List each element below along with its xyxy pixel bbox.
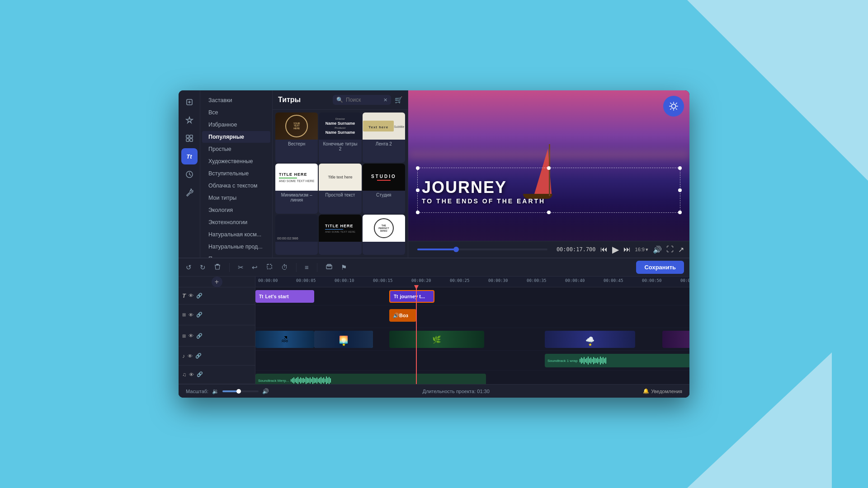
layers-button[interactable] <box>324 261 335 273</box>
cart-icon[interactable]: 🛒 <box>395 96 402 103</box>
title-track-link-2[interactable]: 🔗 <box>196 312 203 318</box>
title-track-link[interactable]: 🔗 <box>196 293 203 299</box>
effects-button[interactable] <box>181 112 198 128</box>
scale-label: Масштаб: <box>186 389 208 394</box>
title-card-minimalism[interactable]: TITLE HERE AND SOME TEXT HERE Минимализм… <box>275 164 318 214</box>
aspect-selector[interactable]: 16:9 ▾ <box>635 247 648 253</box>
category-item-all[interactable]: Все <box>202 107 270 118</box>
clip-star-sky: ★ <box>588 342 592 347</box>
notification-label: Уведомления <box>651 389 682 394</box>
delete-button[interactable] <box>212 261 223 273</box>
title-card-ribbon[interactable]: Text here Subtitle Лента 2 <box>363 113 405 163</box>
volume-button[interactable]: 🔊 <box>653 245 662 254</box>
align-button[interactable]: ≡ <box>303 262 311 273</box>
category-item-natural-cosm[interactable]: Натуральная косм... <box>202 229 270 240</box>
video-clip-sky[interactable]: ☁️ ★ <box>545 331 635 348</box>
title-track-visibility[interactable]: 👁 <box>189 293 193 298</box>
add-track-button[interactable]: + <box>212 277 222 287</box>
category-item-ecotech[interactable]: Экотехнологии <box>202 216 270 228</box>
title-clip-lets-start[interactable]: Tt Let's start <box>255 290 314 303</box>
timeline-toolbar: ↺ ↻ ✂ ↩ ⏱ ≡ ⚑ Сохранить <box>179 258 689 277</box>
search-icon: 🔍 <box>336 97 343 103</box>
title-track-label: T 👁 🔗 <box>179 287 255 305</box>
title-card-perfect[interactable]: THEPERFECTINTRO <box>363 215 405 255</box>
category-item-zastavki[interactable]: Заставки <box>202 94 270 106</box>
panel-title: Титры <box>278 96 329 104</box>
titles-button[interactable]: Tt <box>181 148 198 164</box>
svg-rect-6 <box>190 139 193 141</box>
skip-back-button[interactable]: ⏮ <box>600 245 608 253</box>
title-card-endcredits[interactable]: Director Name Surname Producer Name Surn… <box>319 113 361 163</box>
soundtrack-track-visibility[interactable]: 👁 <box>189 372 194 377</box>
notification-area[interactable]: 🔔 Уведомления <box>643 388 682 394</box>
video-clip-main[interactable]: 🏖 <box>255 331 314 348</box>
audio-track-visibility[interactable]: 👁 <box>188 353 193 359</box>
search-input[interactable] <box>346 97 381 103</box>
export-button[interactable]: ↗ <box>678 245 684 254</box>
title-card-empty[interactable]: 00:00:02:986 <box>275 215 318 255</box>
category-item-favorites[interactable]: Избранное <box>202 119 270 131</box>
video-clip-jungle[interactable]: 🌿 <box>389 331 484 348</box>
search-box[interactable]: 🔍 ✕ <box>333 95 391 105</box>
video-track-link[interactable]: 🔗 <box>196 333 203 339</box>
progress-bar[interactable] <box>417 249 547 250</box>
title-card-studio[interactable]: STUDIO Студия <box>363 164 405 214</box>
category-item-simple[interactable]: Простые <box>202 143 270 155</box>
play-button[interactable]: ▶ <box>612 244 619 255</box>
title-card-label-titlehere <box>319 242 361 245</box>
video-clip-1[interactable]: 🌅 ★ <box>314 331 373 348</box>
fullscreen-button[interactable]: ⛶ <box>666 245 674 253</box>
soundtrack-track-link[interactable]: 🔗 <box>197 371 203 377</box>
crop-button[interactable] <box>264 261 275 273</box>
timeline-scrollable[interactable]: 00:00:00 00:00:05 00:00:10 00:00:15 00:0… <box>255 277 689 384</box>
scale-increase-button[interactable]: 🔊 <box>262 388 269 394</box>
title-clip-label-voz: Воз <box>399 313 408 318</box>
video-preview[interactable]: JOURNEY TO THE ENDS OF THE EARTH <box>408 90 689 241</box>
redo-button[interactable]: ↻ <box>198 262 208 273</box>
western-badge: YOURTEXTHERE <box>285 115 308 137</box>
audio-track-link[interactable]: 🔗 <box>195 353 202 359</box>
toolbar-separator-3 <box>317 263 317 272</box>
history-button[interactable] <box>181 166 198 183</box>
scale-thumb[interactable] <box>236 389 241 394</box>
title-track-row: Tt Let's start Tt journey t... <box>255 287 689 305</box>
category-item-bubbles[interactable]: Облачка с текстом <box>202 180 270 192</box>
category-item-intro[interactable]: Вступительные <box>202 168 270 179</box>
category-item-pandas[interactable]: Панды <box>202 253 270 258</box>
transitions-button[interactable] <box>181 130 198 146</box>
audio-clip-1[interactable]: Soundtrack 1 wrap <box>545 354 689 367</box>
scale-decrease-button[interactable]: 🔉 <box>212 388 219 394</box>
undo-button[interactable]: ↺ <box>184 262 193 273</box>
category-item-popular[interactable]: Популярные <box>202 131 270 143</box>
category-item-ecology[interactable]: Экология <box>202 204 270 216</box>
title-clip-journey[interactable]: Tt journey t... <box>389 290 434 303</box>
category-item-artistic[interactable]: Художественные <box>202 155 270 167</box>
duration-info: Длительность проекта: 01:30 <box>269 389 643 394</box>
add-media-button[interactable] <box>181 94 198 110</box>
video-track-visibility[interactable]: 👁 <box>189 333 193 338</box>
clear-search-button[interactable]: ✕ <box>383 97 387 103</box>
rotate-button[interactable]: ↩ <box>250 262 259 273</box>
progress-thumb[interactable] <box>453 247 459 252</box>
title-clip-voz[interactable]: 🔊 Воз <box>389 309 416 322</box>
title-card-western[interactable]: YOURTEXTHERE Вестерн <box>275 113 318 163</box>
flag-button[interactable]: ⚑ <box>339 262 349 273</box>
cut-button[interactable]: ✂ <box>236 262 245 273</box>
titles-panel: Титры 🔍 ✕ 🛒 YOURTEXTHERE Вестерн <box>273 90 408 258</box>
title-card-simpletext[interactable]: Title text here Простой текст <box>319 164 361 214</box>
category-item-natural-prod[interactable]: Натуральные прод... <box>202 241 270 253</box>
scale-slider[interactable] <box>222 390 259 392</box>
title-preview-simpletext: Title text here <box>319 164 361 191</box>
music-clip-1[interactable]: Soundtrack Метр... <box>255 374 486 384</box>
title-track-visibility-2[interactable]: 👁 <box>189 312 193 318</box>
speed-button[interactable]: ⏱ <box>279 262 290 273</box>
video-track-label: ⊞ 👁 🔗 <box>179 325 255 347</box>
category-item-my-titles[interactable]: Мои титры <box>202 192 270 204</box>
title-card-titlehere[interactable]: TITLE HERE AND SOME TEXT HERE <box>319 215 361 255</box>
tools-button[interactable] <box>181 184 198 201</box>
video-clip-flowers[interactable]: 🌸 ★ <box>662 331 689 348</box>
watermark-button[interactable] <box>663 96 684 117</box>
skip-forward-button[interactable]: ⏭ <box>623 245 631 253</box>
title-preview-ribbon: Text here Subtitle <box>363 113 405 140</box>
save-button[interactable]: Сохранить <box>636 261 684 274</box>
